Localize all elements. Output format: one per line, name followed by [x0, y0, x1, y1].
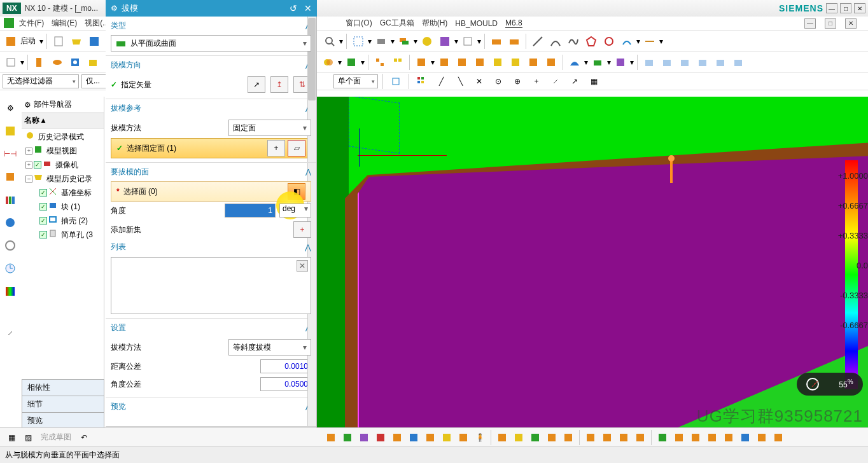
library-tab-icon[interactable]	[1, 191, 19, 209]
nav-history-mode[interactable]: 历史记录模式	[23, 130, 102, 144]
hole-icon[interactable]	[67, 54, 83, 71]
dialog-undo-icon[interactable]: ↺	[290, 3, 297, 13]
trim-icon[interactable]	[343, 54, 360, 71]
angle-tol-input[interactable]	[260, 377, 311, 391]
box1-icon[interactable]	[413, 54, 430, 71]
reuse-tab-icon[interactable]	[1, 168, 19, 186]
sheet3-icon[interactable]	[676, 54, 693, 71]
tab-detail[interactable]: 细节	[22, 396, 104, 413]
section-direction[interactable]: 脱模方向⋀	[106, 55, 316, 73]
bt-h3-icon[interactable]	[616, 430, 631, 445]
close-window-button[interactable]: ✕	[854, 3, 865, 13]
snap-tangent-icon[interactable]: ⟋	[547, 73, 564, 90]
measure-tab-icon[interactable]: ⟋	[1, 324, 19, 342]
bt-person-icon[interactable]: 🧍	[472, 430, 487, 445]
tab-preview[interactable]: 预览	[22, 412, 104, 429]
search-icon[interactable]	[321, 33, 338, 50]
face-fixed-button[interactable]: ▱	[288, 140, 305, 156]
face-list-box[interactable]: ✕	[111, 257, 311, 314]
add-fixed-button[interactable]: +	[267, 140, 285, 156]
nav-model-view[interactable]: +模型视图	[23, 144, 102, 158]
bt-m4-icon[interactable]	[544, 430, 559, 445]
doc-close-button[interactable]: ✕	[845, 18, 857, 29]
minimize-button[interactable]: —	[826, 3, 837, 13]
box7-icon[interactable]	[525, 54, 542, 71]
layers-icon[interactable]	[396, 33, 412, 50]
nav-datum[interactable]: ✓基准坐标	[23, 186, 102, 200]
nav-tab-icon[interactable]	[1, 122, 19, 140]
pattern1-icon[interactable]	[372, 54, 388, 71]
surf2-icon[interactable]	[589, 54, 606, 71]
dialog-close-icon[interactable]: ✕	[304, 3, 312, 13]
menu-window[interactable]: 窗口(O)	[346, 18, 372, 29]
nav-block[interactable]: ✓块 (1)	[23, 200, 102, 214]
method-dropdown[interactable]: 固定面	[228, 120, 311, 136]
menu-edit[interactable]: 编辑(E)	[52, 18, 77, 29]
method2-dropdown[interactable]: 等斜度拔模	[228, 339, 311, 356]
polygon-icon[interactable]	[583, 33, 599, 50]
snap-center-icon[interactable]: ⊙	[490, 73, 507, 90]
bt-s3-icon[interactable]	[688, 430, 703, 445]
bt-cube3-icon[interactable]	[356, 430, 372, 445]
open-icon[interactable]	[68, 33, 85, 50]
project-curve-icon[interactable]	[641, 33, 658, 50]
box3-icon[interactable]	[454, 54, 470, 71]
assembly1-icon[interactable]	[488, 33, 505, 50]
bt-s4-icon[interactable]	[704, 430, 720, 445]
fit-view-icon[interactable]	[350, 33, 367, 50]
section-icon[interactable]	[437, 33, 453, 50]
block-icon[interactable]	[85, 54, 101, 71]
select-fixed-face-row[interactable]: ✓ 选择固定面 (1) + ▱	[111, 138, 311, 158]
curve-through-icon[interactable]	[601, 33, 617, 50]
vector-zc-button[interactable]: ↥	[270, 76, 288, 93]
new-icon[interactable]	[50, 33, 67, 50]
box8-icon[interactable]	[543, 54, 559, 71]
bt-cube4-icon[interactable]	[373, 430, 388, 445]
bt-m5-icon[interactable]	[561, 430, 576, 445]
draft-handle-stem[interactable]	[670, 159, 673, 183]
bt-s2-icon[interactable]	[671, 430, 687, 445]
type-dropdown[interactable]: 从平面或曲面	[111, 35, 311, 52]
snap-end-icon[interactable]: ╱	[433, 73, 449, 90]
face-filter-dropdown[interactable]: 单个面	[333, 74, 378, 88]
bt-undo-icon[interactable]: ↶	[76, 430, 92, 445]
selection-filter-dropdown[interactable]: 无选择过滤器	[3, 74, 79, 88]
sheet1-icon[interactable]	[641, 54, 657, 71]
color-tab-icon[interactable]	[1, 282, 19, 300]
add-new-set-button[interactable]: +	[293, 221, 311, 238]
snap-point-icon[interactable]: +	[528, 73, 545, 90]
bt-m2-icon[interactable]	[511, 430, 526, 445]
menu-hb-version[interactable]: M6.8	[505, 18, 522, 28]
surf3-icon[interactable]	[612, 54, 629, 71]
snap-int-icon[interactable]: ✕	[471, 73, 487, 90]
section-settings[interactable]: 设置⋀	[106, 318, 316, 336]
maximize-button[interactable]: □	[840, 3, 851, 13]
tab-dependency[interactable]: 相依性	[22, 379, 104, 396]
menu-hb[interactable]: HB_MOULD	[455, 19, 498, 28]
arc-icon[interactable]	[547, 33, 564, 50]
nav-model-history[interactable]: −模型历史记录	[23, 172, 102, 186]
nav-camera[interactable]: +✓摄像机	[23, 158, 102, 172]
graphics-viewport[interactable]	[317, 97, 868, 429]
box2-icon[interactable]	[436, 54, 452, 71]
bt-h4-icon[interactable]	[633, 430, 648, 445]
sheet4-icon[interactable]	[694, 54, 711, 71]
angle-input[interactable]	[225, 204, 276, 218]
history-tab-icon[interactable]	[1, 237, 19, 254]
bt-s5-icon[interactable]	[721, 430, 736, 445]
unite-icon[interactable]	[320, 54, 337, 71]
dist-tol-input[interactable]	[260, 359, 311, 373]
sheet2-icon[interactable]	[659, 54, 675, 71]
list-header[interactable]: 列表	[111, 242, 126, 252]
shade-icon[interactable]	[373, 33, 389, 50]
vector-picker-button[interactable]: ↗	[248, 76, 265, 93]
bt-cube1-icon[interactable]	[323, 430, 339, 445]
face-picker-button[interactable]: ◧	[288, 183, 305, 200]
doc-minimize-button[interactable]: —	[804, 18, 816, 29]
section-type[interactable]: 类型⋀	[106, 17, 316, 34]
bt-s7-icon[interactable]	[754, 430, 769, 445]
angle-unit-dropdown[interactable]: deg	[279, 204, 311, 218]
box6-icon[interactable]	[507, 54, 524, 71]
sketch-icon[interactable]	[3, 54, 19, 71]
sheet-icon[interactable]	[459, 33, 476, 50]
